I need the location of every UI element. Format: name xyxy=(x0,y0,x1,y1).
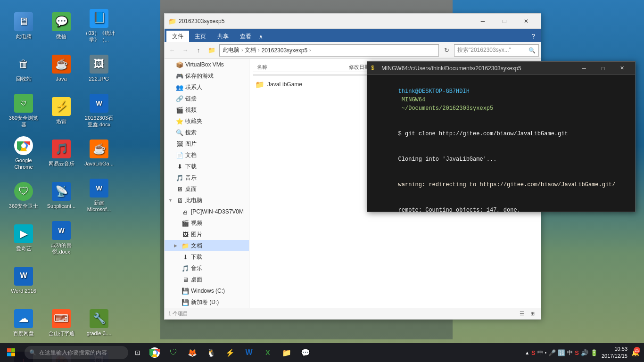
window-controls: ─ □ ✕ xyxy=(472,14,537,29)
cortana-button[interactable]: ⊡ xyxy=(130,343,145,362)
large-icon-view-button[interactable]: ⊞ xyxy=(528,309,537,319)
icon-newword[interactable]: W 新建 Microsof... xyxy=(80,174,118,217)
icon-baiduyun[interactable]: ☁ 百度网盘 xyxy=(5,302,42,344)
clock-date: 2017/12/15 xyxy=(602,353,627,360)
refresh-button[interactable]: ↻ xyxy=(441,45,452,56)
terminal-content[interactable]: think@DESKTOP-GB7HDIH MINGW64 ~/Document… xyxy=(367,75,635,212)
address-path[interactable]: 此电脑 › 文档 › 20162303syxexp5 › xyxy=(219,44,439,57)
icon-music[interactable]: 🎵 网易云音乐 xyxy=(42,132,80,174)
taskbar-excel[interactable]: X xyxy=(258,343,277,362)
icon-aiqiyi[interactable]: ▶ 爱奇艺 xyxy=(5,217,42,259)
minimize-button[interactable]: ─ xyxy=(472,14,494,29)
nav-documents[interactable]: 📄 文档 xyxy=(165,149,249,161)
icon-label: Google Chrome xyxy=(7,157,40,171)
icon-computer[interactable]: 🖥 此电脑 xyxy=(5,5,42,47)
nav-printer[interactable]: 🖨 [PC]WIN-4D3S7V0M xyxy=(165,206,249,217)
nav-videos2[interactable]: 🎬 视频 xyxy=(165,217,249,229)
systray-battery[interactable]: 🔋 xyxy=(590,349,598,356)
nav-pictures2[interactable]: 🖼 图片 xyxy=(165,229,249,240)
taskbar-qq[interactable]: 🐧 xyxy=(202,343,221,362)
icon-gradle[interactable]: 🔧 gradle-3.... xyxy=(80,302,118,344)
tab-share[interactable]: 共享 xyxy=(212,31,234,42)
nav-search[interactable]: 🔍 搜索 xyxy=(165,127,249,138)
icon-java[interactable]: ☕ Java xyxy=(42,47,80,90)
taskbar-word[interactable]: W xyxy=(239,343,258,362)
nav-desktop2[interactable]: 🖥 桌面 xyxy=(165,274,249,285)
icon-textbook[interactable]: 📘 （03）《统计学》（... xyxy=(80,5,118,47)
nav-downloads2[interactable]: ⬇ 下载 xyxy=(165,251,249,263)
systray-keyboard[interactable]: 🔢 xyxy=(558,349,565,356)
nav-music[interactable]: 🎵 音乐 xyxy=(165,172,249,183)
icon-label: 回收站 xyxy=(16,75,32,82)
ribbon-expand-icon[interactable]: ∧ xyxy=(257,32,265,42)
icon-recycle[interactable]: 🗑 回收站 xyxy=(5,47,42,90)
details-view-button[interactable]: ☰ xyxy=(517,309,527,319)
nav-virtualbox[interactable]: 📦 VirtualBox VMs xyxy=(165,59,249,70)
taskbar-chrome[interactable] xyxy=(145,343,164,362)
icon-label: 百度网盘 xyxy=(13,330,34,337)
systray-ime[interactable]: 中 xyxy=(537,349,543,357)
systray-expand[interactable]: ▲ xyxy=(525,350,529,355)
tab-home[interactable]: 主页 xyxy=(189,31,212,42)
chrome-icon xyxy=(14,136,33,155)
nav-label: 图片 xyxy=(191,230,202,239)
nav-desktop[interactable]: 🖥 桌面 xyxy=(165,183,249,195)
maximize-button[interactable]: □ xyxy=(494,14,515,29)
systray-volume[interactable]: 🔊 xyxy=(581,349,588,356)
start-button[interactable] xyxy=(0,343,23,362)
icon-360safe[interactable]: 🛡 360安全卫士 xyxy=(5,174,42,217)
icon-wechat[interactable]: 💬 微信 xyxy=(42,5,80,47)
taskbar-firefox[interactable]: 🦊 xyxy=(183,343,202,362)
taskbar-search[interactable]: 🔍 在这里输入你要搜索的内容 xyxy=(25,346,128,359)
nav-videos[interactable]: 🎬 视频 xyxy=(165,104,249,115)
close-button[interactable]: ✕ xyxy=(515,14,537,29)
terminal-minimize[interactable]: ─ xyxy=(575,62,594,75)
systray-mic[interactable]: 🎤 xyxy=(548,349,556,356)
nav-this-pc[interactable]: ▼ 🖥 此电脑 xyxy=(165,195,249,206)
systray-ime2[interactable]: 中 xyxy=(567,349,573,357)
nav-drive-d[interactable]: 💾 新加卷 (D:) xyxy=(165,296,249,308)
icon-thunder[interactable]: ⚡ 迅雷 xyxy=(42,90,80,132)
back-button[interactable]: ← xyxy=(166,45,178,56)
nav-windows-c[interactable]: 💾 Windows (C:) xyxy=(165,285,249,296)
icon-supplicant[interactable]: 📡 Supplicant... xyxy=(42,174,80,217)
nav-pictures[interactable]: 🖼 图片 xyxy=(165,138,249,149)
taskbar-wechat-app[interactable]: 💬 xyxy=(296,343,315,362)
col-name[interactable]: 名称 xyxy=(253,63,345,72)
icon-word2016[interactable]: W Word 2016 xyxy=(5,259,42,302)
nav-saved-games[interactable]: 🎮 保存的游戏 xyxy=(165,70,249,82)
taskbar-360[interactable]: 🛡 xyxy=(164,343,183,362)
icon-chrome[interactable]: Google Chrome xyxy=(5,132,42,174)
systray-sogou2[interactable]: S xyxy=(575,349,579,356)
videos-icon: 🎬 xyxy=(176,106,183,114)
nav-documents2[interactable]: ▶ 📁 文档 xyxy=(165,240,249,251)
taskbar-clock[interactable]: 10:53 2017/12/15 xyxy=(602,346,627,360)
icon-success-docx[interactable]: W 成功的喜悦.docx xyxy=(42,217,80,259)
terminal-close[interactable]: ✕ xyxy=(612,62,631,75)
search-box[interactable]: 搜索"20162303syx..." 🔍 xyxy=(454,44,539,57)
taskbar-folder[interactable]: 📁 xyxy=(277,343,296,362)
up-button[interactable]: ↑ xyxy=(193,45,204,56)
nav-contacts[interactable]: 👥 联系人 xyxy=(165,82,249,93)
taskbar-thunder[interactable]: ⚡ xyxy=(221,343,239,362)
icon-360browser[interactable]: 🛡 360安全浏览器 xyxy=(5,90,42,132)
nav-favorites[interactable]: ⭐ 收藏夹 xyxy=(165,115,249,127)
explorer-window-icon: 📁 xyxy=(168,17,176,25)
icon-label: 成功的喜悦.docx xyxy=(45,242,78,255)
forward-button[interactable]: → xyxy=(180,45,191,56)
nav-links[interactable]: 🔗 链接 xyxy=(165,93,249,104)
nav-music2[interactable]: 🎵 音乐 xyxy=(165,263,249,274)
javalib-icon: ☕ xyxy=(90,140,108,158)
icon-jinshan[interactable]: ⌨ 金山打字通 xyxy=(42,302,80,344)
icon-docx[interactable]: W 20162303石亚鑫.docx xyxy=(80,90,118,132)
systray-sogou[interactable]: S xyxy=(531,349,536,356)
help-button[interactable]: ? xyxy=(528,31,539,42)
notification-center[interactable]: 🔔 25 xyxy=(631,349,639,356)
terminal-maximize[interactable]: □ xyxy=(594,62,612,75)
tab-file[interactable]: 文件 xyxy=(166,31,189,42)
tab-view[interactable]: 查看 xyxy=(234,31,257,42)
icon-222jpg[interactable]: 🖼 222.JPG xyxy=(80,47,118,90)
nav-downloads[interactable]: ⬇ 下载 xyxy=(165,161,249,172)
terminal-line-5: remote: Counting objects: 147, done. xyxy=(371,197,631,212)
icon-javalib[interactable]: ☕ JavaLibGa... xyxy=(80,132,118,174)
